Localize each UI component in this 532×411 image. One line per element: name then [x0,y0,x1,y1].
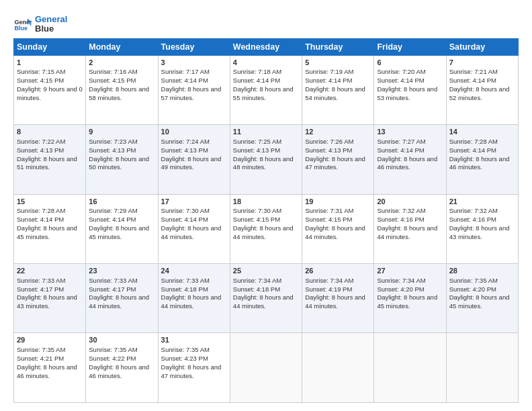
calendar-cell: 7Sunrise: 7:21 AMSunset: 4:14 PMDaylight… [446,55,518,124]
calendar-table: SundayMondayTuesdayWednesdayThursdayFrid… [13,38,519,403]
sunset-text: Sunset: 4:14 PM [161,77,208,84]
daylight-text: Daylight: 8 hours and 48 minutes. [233,155,294,171]
sunset-text: Sunset: 4:20 PM [449,285,496,293]
sunrise-text: Sunrise: 7:24 AM [161,138,210,145]
sunset-text: Sunset: 4:21 PM [17,355,64,362]
calendar-cell: 19Sunrise: 7:31 AMSunset: 4:15 PMDayligh… [302,194,374,263]
calendar-cell: 3Sunrise: 7:17 AMSunset: 4:14 PMDaylight… [158,55,230,124]
sunrise-text: Sunrise: 7:34 AM [233,277,281,284]
calendar-cell: 15Sunrise: 7:28 AMSunset: 4:14 PMDayligh… [14,194,86,263]
calendar-cell: 14Sunrise: 7:28 AMSunset: 4:14 PMDayligh… [446,125,518,194]
sunset-text: Sunset: 4:19 PM [305,285,352,293]
sunrise-text: Sunrise: 7:27 AM [377,138,425,145]
calendar-cell: 30Sunrise: 7:35 AMSunset: 4:22 PMDayligh… [86,333,158,403]
sunrise-text: Sunrise: 7:25 AM [233,138,281,145]
sunset-text: Sunset: 4:14 PM [233,77,280,84]
header: General Blue General Blue [13,12,519,34]
day-number: 6 [377,58,443,68]
daylight-text: Daylight: 8 hours and 46 minutes. [89,363,149,379]
sunrise-text: Sunrise: 7:34 AM [377,277,425,284]
svg-text:Blue: Blue [14,25,28,32]
sunset-text: Sunset: 4:14 PM [17,216,64,223]
calendar-cell [230,333,302,403]
sunset-text: Sunset: 4:13 PM [305,146,352,154]
day-number: 7 [449,58,515,68]
calendar-cell: 27Sunrise: 7:34 AMSunset: 4:20 PMDayligh… [374,264,446,333]
day-number: 16 [89,197,154,207]
day-number: 15 [17,197,83,207]
calendar-cell: 12Sunrise: 7:26 AMSunset: 4:13 PMDayligh… [302,125,374,194]
calendar-cell: 4Sunrise: 7:18 AMSunset: 4:14 PMDaylight… [230,55,302,124]
sunrise-text: Sunrise: 7:31 AM [305,207,353,214]
sunset-text: Sunset: 4:14 PM [305,77,352,84]
daylight-text: Daylight: 8 hours and 46 minutes. [449,155,510,171]
day-number: 5 [305,58,371,68]
sunrise-text: Sunrise: 7:21 AM [449,68,498,75]
daylight-text: Daylight: 9 hours and 0 minutes. [17,85,83,101]
daylight-text: Daylight: 8 hours and 44 minutes. [233,293,294,310]
calendar-cell: 8Sunrise: 7:22 AMSunset: 4:13 PMDaylight… [14,125,86,194]
sunset-text: Sunset: 4:23 PM [161,355,208,362]
sunset-text: Sunset: 4:14 PM [449,146,496,154]
day-number: 10 [161,127,227,137]
day-number: 19 [305,197,371,207]
day-number: 31 [161,335,227,345]
calendar-cell: 20Sunrise: 7:32 AMSunset: 4:16 PMDayligh… [374,194,446,263]
daylight-text: Daylight: 8 hours and 44 minutes. [161,224,222,240]
day-number: 27 [377,266,443,276]
day-number: 24 [161,266,227,276]
daylight-text: Daylight: 8 hours and 47 minutes. [161,363,222,379]
sunrise-text: Sunrise: 7:28 AM [449,138,498,145]
day-number: 20 [377,197,443,207]
sunset-text: Sunset: 4:14 PM [449,77,496,84]
day-number: 25 [233,266,299,276]
calendar-cell: 24Sunrise: 7:33 AMSunset: 4:18 PMDayligh… [158,264,230,333]
calendar-cell: 2Sunrise: 7:16 AMSunset: 4:15 PMDaylight… [86,55,158,124]
daylight-text: Daylight: 8 hours and 46 minutes. [377,155,437,171]
day-number: 14 [449,127,515,137]
sunset-text: Sunset: 4:16 PM [377,216,424,223]
sunrise-text: Sunrise: 7:20 AM [377,68,425,75]
sunrise-text: Sunrise: 7:35 AM [449,277,498,284]
sunrise-text: Sunrise: 7:30 AM [161,207,210,214]
sunrise-text: Sunrise: 7:18 AM [233,68,281,75]
sunset-text: Sunset: 4:15 PM [305,216,352,223]
sunrise-text: Sunrise: 7:35 AM [161,346,210,353]
calendar-cell: 22Sunrise: 7:33 AMSunset: 4:17 PMDayligh… [14,264,86,333]
day-number: 30 [89,335,154,345]
day-number: 26 [305,266,371,276]
calendar-cell: 11Sunrise: 7:25 AMSunset: 4:13 PMDayligh… [230,125,302,194]
sunset-text: Sunset: 4:22 PM [89,355,136,362]
calendar-cell: 17Sunrise: 7:30 AMSunset: 4:14 PMDayligh… [158,194,230,263]
day-number: 13 [377,127,443,137]
daylight-text: Daylight: 8 hours and 45 minutes. [17,224,77,240]
sunset-text: Sunset: 4:18 PM [161,285,208,293]
col-header-tuesday: Tuesday [158,38,230,55]
sunrise-text: Sunrise: 7:23 AM [89,138,137,145]
sunrise-text: Sunrise: 7:32 AM [449,207,498,214]
calendar-cell: 28Sunrise: 7:35 AMSunset: 4:20 PMDayligh… [446,264,518,333]
calendar-cell: 21Sunrise: 7:32 AMSunset: 4:16 PMDayligh… [446,194,518,263]
calendar-week-row: 22Sunrise: 7:33 AMSunset: 4:17 PMDayligh… [14,264,519,333]
sunset-text: Sunset: 4:15 PM [17,77,64,84]
calendar-cell [374,333,446,403]
col-header-wednesday: Wednesday [230,38,302,55]
calendar-cell: 9Sunrise: 7:23 AMSunset: 4:13 PMDaylight… [86,125,158,194]
calendar-cell [446,333,518,403]
calendar-cell [302,333,374,403]
daylight-text: Daylight: 8 hours and 58 minutes. [89,85,149,101]
daylight-text: Daylight: 8 hours and 43 minutes. [17,293,77,310]
sunset-text: Sunset: 4:13 PM [233,146,280,154]
daylight-text: Daylight: 8 hours and 45 minutes. [89,224,149,240]
sunset-text: Sunset: 4:17 PM [89,285,136,293]
logo-icon: General Blue [13,15,32,34]
calendar-cell: 6Sunrise: 7:20 AMSunset: 4:14 PMDaylight… [374,55,446,124]
col-header-thursday: Thursday [302,38,374,55]
sunset-text: Sunset: 4:14 PM [377,77,424,84]
sunrise-text: Sunrise: 7:28 AM [17,207,65,214]
daylight-text: Daylight: 8 hours and 44 minutes. [89,293,149,310]
daylight-text: Daylight: 8 hours and 52 minutes. [449,85,510,101]
logo-text-blue: Blue [35,24,67,34]
calendar-week-row: 1Sunrise: 7:15 AMSunset: 4:15 PMDaylight… [14,55,519,124]
sunrise-text: Sunrise: 7:33 AM [161,277,210,284]
